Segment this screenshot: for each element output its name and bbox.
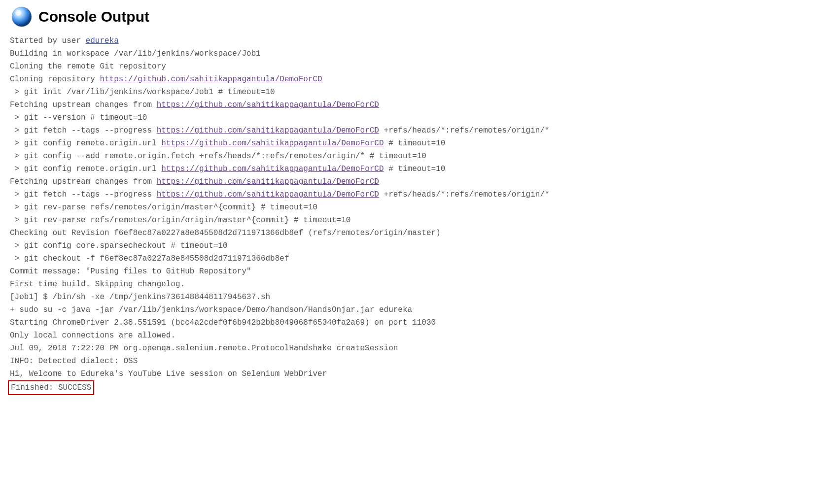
console-line: > git config --add remote.origin.fetch +… bbox=[10, 152, 426, 161]
console-line: > git config remote.origin.url https://g… bbox=[10, 139, 445, 148]
console-line: Building in workspace /var/lib/jenkins/w… bbox=[10, 49, 261, 58]
console-line: > git init /var/lib/jenkins/workspace/Jo… bbox=[10, 88, 275, 97]
console-line: > git rev-parse refs/remotes/origin/mast… bbox=[10, 203, 317, 212]
svg-point-0 bbox=[12, 7, 32, 27]
console-line: Only local connections are allowed. bbox=[10, 331, 175, 340]
console-line: Cloning repository https://github.com/sa… bbox=[10, 75, 322, 84]
console-line: Checking out Revision f6ef8ec87a0227a8e8… bbox=[10, 229, 441, 237]
console-line: > git checkout -f f6ef8ec87a0227a8e84550… bbox=[10, 254, 289, 263]
console-line: Hi, Welcome to Edureka's YouTube Live se… bbox=[10, 370, 327, 378]
repo-link[interactable]: https://github.com/sahitikappagantula/De… bbox=[157, 101, 379, 109]
console-line: + sudo su -c java -jar /var/lib/jenkins/… bbox=[10, 305, 412, 314]
console-line: Cloning the remote Git repository bbox=[10, 62, 166, 71]
repo-link[interactable]: https://github.com/sahitikappagantula/De… bbox=[157, 126, 379, 135]
repo-link[interactable]: https://github.com/sahitikappagantula/De… bbox=[161, 139, 384, 148]
console-line: > git config core.sparsecheckout # timeo… bbox=[10, 241, 228, 250]
console-line: Fetching upstream changes from https://g… bbox=[10, 101, 379, 109]
console-line: [Job1] $ /bin/sh -xe /tmp/jenkins7361488… bbox=[10, 293, 270, 302]
user-link[interactable]: edureka bbox=[86, 36, 119, 45]
console-line: Started by user edureka bbox=[10, 36, 119, 45]
finished-status: Finished: SUCCESS bbox=[8, 380, 94, 395]
console-line: Starting ChromeDriver 2.38.551591 (bcc4a… bbox=[10, 318, 436, 327]
console-line: Jul 09, 2018 7:22:20 PM org.openqa.selen… bbox=[10, 344, 398, 353]
console-line: > git fetch --tags --progress https://gi… bbox=[10, 190, 550, 199]
console-line: Commit message: "Pusing files to GitHub … bbox=[10, 267, 251, 276]
console-line: > git config remote.origin.url https://g… bbox=[10, 165, 445, 173]
console-line: Fetching upstream changes from https://g… bbox=[10, 177, 379, 186]
console-line: First time build. Skipping changelog. bbox=[10, 280, 185, 289]
page-header: Console Output bbox=[10, 5, 827, 29]
repo-link[interactable]: https://github.com/sahitikappagantula/De… bbox=[157, 190, 379, 199]
console-output: Started by user edureka Building in work… bbox=[10, 34, 827, 395]
page-title: Console Output bbox=[38, 8, 149, 25]
console-line: > git rev-parse refs/remotes/origin/orig… bbox=[10, 216, 350, 225]
repo-link[interactable]: https://github.com/sahitikappagantula/De… bbox=[157, 177, 379, 186]
console-line: > git fetch --tags --progress https://gi… bbox=[10, 126, 550, 135]
console-line: > git --version # timeout=10 bbox=[10, 113, 147, 122]
console-line: INFO: Detected dialect: OSS bbox=[10, 357, 138, 366]
repo-link[interactable]: https://github.com/sahitikappagantula/De… bbox=[161, 165, 384, 173]
repo-link[interactable]: https://github.com/sahitikappagantula/De… bbox=[100, 75, 322, 84]
status-orb-icon bbox=[10, 5, 34, 29]
svg-point-1 bbox=[15, 10, 21, 16]
